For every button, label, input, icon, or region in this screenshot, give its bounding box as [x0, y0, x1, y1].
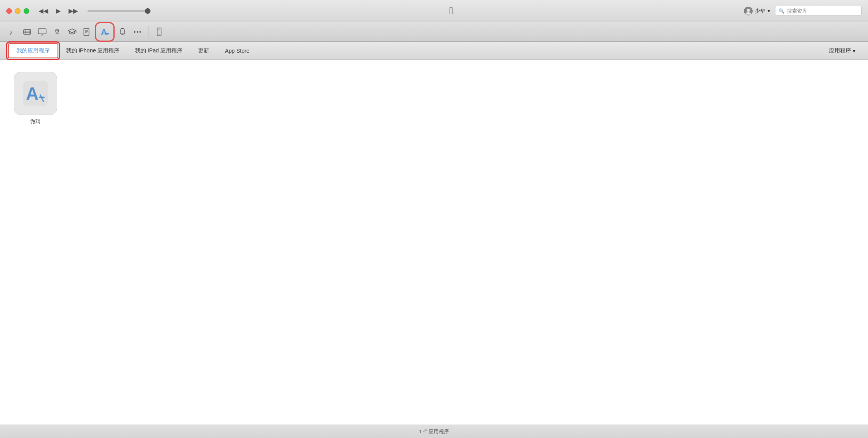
- svg-rect-15: [84, 28, 89, 35]
- weipin-icon-svg: A: [23, 81, 48, 106]
- progress-thumb[interactable]: [145, 8, 150, 14]
- search-icon: 🔍: [779, 8, 785, 14]
- svg-point-1: [746, 12, 751, 15]
- close-button[interactable]: [6, 8, 12, 14]
- more-tab-icon[interactable]: [133, 28, 142, 36]
- svg-point-26: [137, 31, 138, 33]
- svg-point-27: [139, 31, 141, 33]
- user-menu-button[interactable]: 少华 ▾: [744, 7, 770, 15]
- svg-point-25: [134, 31, 135, 33]
- nav-updates[interactable]: 更新: [190, 44, 217, 58]
- status-bar: 1 个应用程序: [0, 425, 868, 438]
- app-icon-weipin: A: [14, 72, 57, 115]
- title-bar: ◀◀ ▶ ▶▶  少华 ▾ 🔍: [0, 0, 868, 22]
- app-dropdown[interactable]: 应用程序 ▾: [824, 45, 860, 57]
- svg-point-0: [747, 9, 750, 12]
- svg-point-24: [122, 28, 123, 29]
- user-name: 少华: [755, 7, 765, 15]
- toolbar-separator: [148, 26, 148, 38]
- device-tab-icon[interactable]: [155, 28, 163, 36]
- right-controls: 少华 ▾ 🔍: [744, 6, 862, 16]
- progress-track[interactable]: [87, 10, 150, 12]
- play-button[interactable]: ▶: [53, 6, 64, 16]
- app-item-weipin[interactable]: A 微聘: [12, 72, 59, 125]
- appstore-tab-icon[interactable]: A: [98, 25, 112, 39]
- app-dropdown-label: 应用程序: [829, 47, 851, 54]
- forward-button[interactable]: ▶▶: [65, 6, 81, 16]
- bell-tab-icon[interactable]: [118, 28, 127, 36]
- svg-point-29: [159, 34, 160, 35]
- toolbar: ♪: [0, 22, 868, 42]
- progress-bar-area: [87, 10, 150, 12]
- svg-text:A: A: [101, 27, 107, 37]
- appstore-icon-svg: A: [99, 26, 110, 37]
- user-avatar: [744, 7, 753, 15]
- app-label-weipin: 微聘: [30, 118, 41, 125]
- back-button[interactable]: ◀◀: [35, 6, 51, 16]
- book-tab-icon[interactable]: [83, 28, 91, 36]
- user-avatar-icon: [745, 7, 752, 15]
- apple-logo-area: : [158, 5, 744, 17]
- status-text: 1 个应用程序: [419, 428, 449, 435]
- traffic-lights: [6, 8, 29, 14]
- music-tab-icon[interactable]: ♪: [8, 28, 17, 36]
- svg-point-12: [57, 30, 58, 31]
- svg-marker-13: [68, 29, 76, 33]
- nav-appstore[interactable]: App Store: [217, 45, 257, 57]
- svg-text:A: A: [26, 84, 39, 103]
- video-tab-icon[interactable]: [23, 28, 32, 36]
- nav-controls: ◀◀ ▶ ▶▶: [35, 6, 81, 16]
- search-bar[interactable]: 🔍: [775, 6, 862, 16]
- main-content: A 微聘: [0, 60, 868, 425]
- nav-ipad-apps[interactable]: 我的 iPad 应用程序: [127, 44, 190, 58]
- minimize-button[interactable]: [15, 8, 20, 14]
- apple-logo: : [449, 5, 453, 17]
- secondary-nav: 我的应用程序 我的 iPhone 应用程序 我的 iPad 应用程序 更新 Ap…: [0, 42, 868, 60]
- nav-iphone-apps[interactable]: 我的 iPhone 应用程序: [58, 44, 127, 58]
- svg-text:♪: ♪: [9, 28, 13, 36]
- nav-my-apps[interactable]: 我的应用程序: [8, 43, 58, 58]
- svg-rect-3: [24, 30, 31, 34]
- search-input[interactable]: [787, 8, 858, 14]
- dropdown-chevron-icon: ▾: [853, 48, 855, 54]
- svg-rect-8: [38, 29, 46, 34]
- user-dropdown-icon: ▾: [768, 8, 770, 14]
- podcast-tab-icon[interactable]: [53, 28, 61, 36]
- maximize-button[interactable]: [24, 8, 29, 14]
- screen-tab-icon[interactable]: [38, 28, 46, 36]
- education-tab-icon[interactable]: [68, 28, 76, 36]
